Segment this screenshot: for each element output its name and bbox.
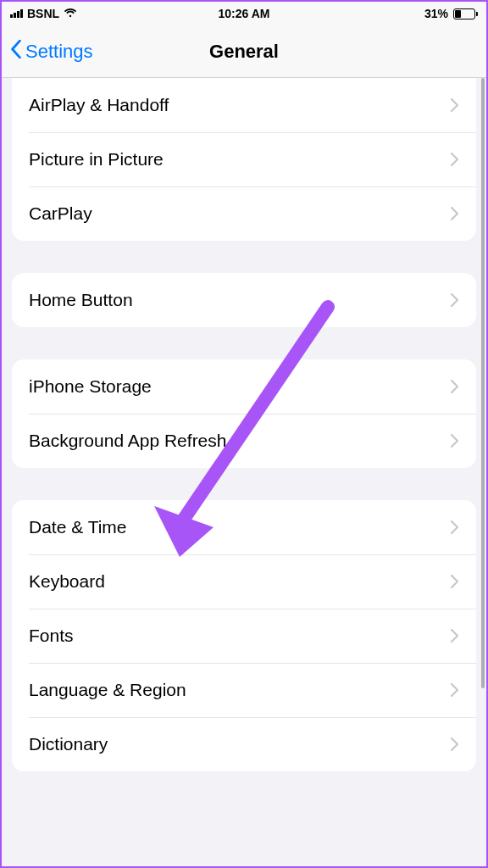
battery-icon — [452, 8, 478, 19]
row-airplay-handoff[interactable]: AirPlay & Handoff — [12, 78, 476, 132]
wifi-icon — [64, 7, 77, 20]
nav-bar: Settings General — [2, 25, 486, 78]
row-label: Date & Time — [29, 517, 127, 537]
back-button[interactable]: Settings — [10, 40, 93, 64]
chevron-right-icon — [451, 98, 459, 112]
signal-icon — [10, 9, 23, 18]
status-right: 31% — [424, 7, 478, 20]
status-left: BSNL — [10, 7, 77, 20]
row-keyboard[interactable]: Keyboard — [12, 554, 476, 609]
settings-group: iPhone Storage Background App Refresh — [12, 359, 476, 468]
row-label: AirPlay & Handoff — [29, 95, 169, 115]
chevron-right-icon — [451, 380, 459, 393]
chevron-right-icon — [451, 737, 459, 751]
settings-group: AirPlay & Handoff Picture in Picture Car… — [12, 78, 476, 241]
row-carplay[interactable]: CarPlay — [12, 186, 476, 241]
settings-group: Date & Time Keyboard Fonts Language & Re… — [12, 500, 476, 771]
row-iphone-storage[interactable]: iPhone Storage — [12, 359, 476, 414]
chevron-right-icon — [451, 629, 459, 643]
status-time: 10:26 AM — [219, 7, 270, 20]
row-label: Language & Region — [29, 680, 186, 700]
chevron-right-icon — [451, 520, 459, 534]
chevron-right-icon — [451, 153, 459, 166]
row-background-app-refresh[interactable]: Background App Refresh — [12, 414, 476, 468]
chevron-right-icon — [451, 207, 459, 220]
row-date-time[interactable]: Date & Time — [12, 500, 476, 554]
carrier-label: BSNL — [27, 7, 59, 20]
chevron-right-icon — [451, 293, 459, 307]
chevron-right-icon — [451, 575, 459, 588]
row-fonts[interactable]: Fonts — [12, 609, 476, 663]
row-label: Dictionary — [29, 734, 108, 754]
back-label: Settings — [25, 41, 93, 63]
chevron-right-icon — [451, 434, 459, 448]
battery-percent: 31% — [424, 7, 448, 20]
status-bar: BSNL 10:26 AM 31% — [2, 2, 486, 25]
row-label: Picture in Picture — [29, 149, 164, 170]
row-picture-in-picture[interactable]: Picture in Picture — [12, 132, 476, 186]
scrollbar[interactable] — [481, 78, 485, 688]
row-label: Keyboard — [29, 571, 105, 592]
row-label: Fonts — [29, 626, 74, 646]
row-dictionary[interactable]: Dictionary — [12, 717, 476, 771]
row-label: Home Button — [29, 290, 133, 310]
row-label: iPhone Storage — [29, 376, 152, 397]
row-home-button[interactable]: Home Button — [12, 273, 476, 327]
page-title: General — [209, 41, 279, 63]
row-language-region[interactable]: Language & Region — [12, 663, 476, 717]
content-area: AirPlay & Handoff Picture in Picture Car… — [2, 78, 486, 866]
chevron-left-icon — [10, 40, 22, 64]
chevron-right-icon — [451, 683, 459, 697]
settings-group: Home Button — [12, 273, 476, 327]
row-label: CarPlay — [29, 203, 92, 224]
row-label: Background App Refresh — [29, 431, 226, 451]
